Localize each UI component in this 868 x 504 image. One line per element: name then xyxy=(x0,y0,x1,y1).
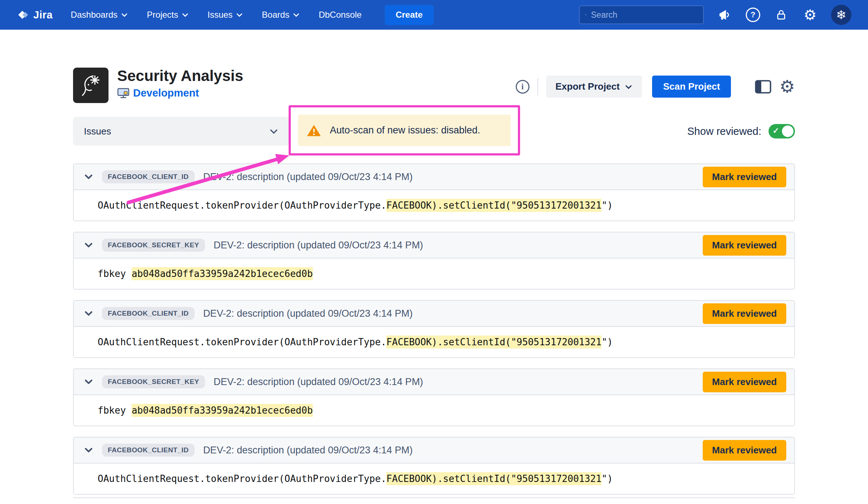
issue-card-header: FACEBOOK_CLIENT_ID DEV-2: description (u… xyxy=(74,437,794,464)
lock-icon[interactable] xyxy=(773,7,789,23)
user-avatar[interactable]: ❄ xyxy=(831,5,851,25)
gear-glyph: ⚙ xyxy=(804,8,817,22)
settings-gear-icon[interactable]: ⚙ xyxy=(802,7,818,23)
create-button[interactable]: Create xyxy=(385,5,434,25)
mark-reviewed-button[interactable]: Mark reviewed xyxy=(703,303,786,324)
project-avatar xyxy=(73,68,109,103)
code-prefix: OAuthClientRequest.tokenProvider(OAuthPr… xyxy=(98,200,386,211)
code-prefix: OAuthClientRequest.tokenProvider(OAuthPr… xyxy=(98,337,386,347)
scan-project-button[interactable]: Scan Project xyxy=(652,76,731,98)
code-prefix: fbkey xyxy=(98,405,132,416)
issue-list: FACEBOOK_CLIENT_ID DEV-2: description (u… xyxy=(73,163,795,495)
code-prefix: OAuthClientRequest.tokenProvider(OAuthPr… xyxy=(98,473,386,484)
gear-glyph: ⚙ xyxy=(779,78,795,95)
mark-reviewed-button[interactable]: Mark reviewed xyxy=(703,372,786,392)
mark-reviewed-button[interactable]: Mark reviewed xyxy=(703,440,786,461)
secret-highlight: FACEBOOK).setClientId("950513172001321 xyxy=(386,472,601,485)
nav-item-boards[interactable]: Boards xyxy=(262,10,300,20)
secret-code-line: OAuthClientRequest.tokenProvider(OAuthPr… xyxy=(98,200,613,211)
issue-type-badge: FACEBOOK_CLIENT_ID xyxy=(102,170,195,183)
title-block: Security Analysis Development xyxy=(117,68,243,99)
divider xyxy=(537,78,538,95)
side-panel-toggle-button[interactable] xyxy=(755,80,771,94)
issue-title: DEV-2: description (updated 09/Oct/23 4:… xyxy=(214,376,423,388)
secret-code-line: fbkey ab048ad50ffa33959a242b1ecec6ed0b xyxy=(98,405,313,416)
question-glyph: ? xyxy=(750,10,755,20)
nav-item-projects[interactable]: Projects xyxy=(147,10,189,20)
filter-row: Issues Auto-scan of new issues: disabled… xyxy=(73,117,795,146)
toggle-knob xyxy=(782,125,793,137)
secret-highlight: FACEBOOK).setClientId("950513172001321 xyxy=(386,199,601,212)
issue-card: FACEBOOK_CLIENT_ID DEV-2: description (u… xyxy=(73,437,795,495)
issue-title: DEV-2: description (updated 09/Oct/23 4:… xyxy=(203,308,413,319)
issue-card-body: OAuthClientRequest.tokenProvider(OAuthPr… xyxy=(74,464,794,494)
secret-code-line: OAuthClientRequest.tokenProvider(OAuthPr… xyxy=(98,473,613,484)
collapse-chevron-icon[interactable] xyxy=(84,445,93,455)
collapse-chevron-icon[interactable] xyxy=(84,377,93,386)
issue-title: DEV-2: description (updated 09/Oct/23 4:… xyxy=(203,445,413,456)
mark-reviewed-button[interactable]: Mark reviewed xyxy=(703,235,786,256)
search-icon xyxy=(585,10,587,20)
code-prefix: fbkey xyxy=(98,268,132,279)
check-icon: ✓ xyxy=(773,126,779,136)
layout-panel-icon xyxy=(755,80,771,94)
nav-item-issues[interactable]: Issues xyxy=(208,10,243,20)
announcements-icon[interactable] xyxy=(717,7,733,23)
search-box[interactable] xyxy=(579,5,704,24)
secret-code-line: OAuthClientRequest.tokenProvider(OAuthPr… xyxy=(98,337,613,347)
collapse-chevron-icon[interactable] xyxy=(84,309,93,318)
issue-card-body: fbkey ab048ad50ffa33959a242b1ecec6ed0b xyxy=(74,259,794,289)
issues-select-value: Issues xyxy=(84,126,111,137)
issue-type-badge: FACEBOOK_SECRET_KEY xyxy=(102,239,205,252)
avatar-glyph: ❄ xyxy=(836,8,847,22)
issue-type-badge: FACEBOOK_CLIENT_ID xyxy=(102,444,195,457)
nav-item-label: Issues xyxy=(208,10,233,20)
nav-item-label: Dashboards xyxy=(71,10,118,20)
issue-title: DEV-2: description (updated 09/Oct/23 4:… xyxy=(214,240,423,251)
project-category-icon xyxy=(117,88,129,99)
issue-title: DEV-2: description (updated 09/Oct/23 4:… xyxy=(203,171,413,183)
code-suffix: ") xyxy=(601,200,613,211)
jira-home-link[interactable]: Jira xyxy=(17,8,53,21)
issue-card-header: FACEBOOK_CLIENT_ID DEV-2: description (u… xyxy=(74,301,794,327)
issue-card-body: OAuthClientRequest.tokenProvider(OAuthPr… xyxy=(74,190,794,221)
issue-type-badge: FACEBOOK_CLIENT_ID xyxy=(102,307,195,320)
header-actions: i Export Project Scan Project ⚙ xyxy=(516,76,795,98)
issue-card-header: FACEBOOK_SECRET_KEY DEV-2: description (… xyxy=(74,232,794,259)
issue-card: FACEBOOK_SECRET_KEY DEV-2: description (… xyxy=(73,232,795,290)
export-project-button[interactable]: Export Project xyxy=(546,76,642,98)
annotation-highlight-box: Auto-scan of new issues: disabled. xyxy=(289,105,520,155)
main-menu: Dashboards Projects Issues Boards DbCons… xyxy=(71,10,362,20)
collapse-chevron-icon[interactable] xyxy=(84,172,93,181)
info-glyph: i xyxy=(522,82,524,91)
issue-type-badge: FACEBOOK_SECRET_KEY xyxy=(102,375,205,388)
nav-item-dbconsole[interactable]: DbConsole xyxy=(319,10,362,20)
chevron-down-icon xyxy=(269,127,278,136)
project-header: Security Analysis Development i Export P… xyxy=(73,68,795,103)
nav-item-label: DbConsole xyxy=(319,10,362,20)
mark-reviewed-button[interactable]: Mark reviewed xyxy=(703,167,786,187)
code-suffix: ") xyxy=(601,337,613,347)
chevron-down-icon xyxy=(121,11,128,18)
secret-highlight: ab048ad50ffa33959a242b1ecec6ed0b xyxy=(132,267,313,280)
show-reviewed-toggle[interactable]: ✓ xyxy=(769,124,795,138)
show-reviewed-label: Show reviewed: xyxy=(687,125,761,137)
info-icon[interactable]: i xyxy=(516,80,529,94)
project-link[interactable]: Development xyxy=(133,87,199,99)
issue-card: FACEBOOK_SECRET_KEY DEV-2: description (… xyxy=(73,368,795,426)
board-settings-gear-icon[interactable]: ⚙ xyxy=(779,78,795,95)
secret-highlight: FACEBOOK).setClientId("950513172001321 xyxy=(386,336,601,349)
main-content: Security Analysis Development i Export P… xyxy=(73,68,795,498)
issues-filter-select[interactable]: Issues xyxy=(73,117,289,146)
nav-item-label: Projects xyxy=(147,10,178,20)
secret-code-line: fbkey ab048ad50ffa33959a242b1ecec6ed0b xyxy=(98,268,313,279)
search-input[interactable] xyxy=(591,10,698,20)
export-label: Export Project xyxy=(556,81,620,92)
issue-card: FACEBOOK_CLIENT_ID DEV-2: description (u… xyxy=(73,163,795,221)
help-icon[interactable]: ? xyxy=(746,8,760,22)
nav-right-controls: ? ⚙ ❄ xyxy=(579,5,851,25)
nav-item-dashboards[interactable]: Dashboards xyxy=(71,10,128,20)
nav-item-label: Boards xyxy=(262,10,289,20)
collapse-chevron-icon[interactable] xyxy=(84,240,93,250)
issue-card-body: fbkey ab048ad50ffa33959a242b1ecec6ed0b xyxy=(74,395,794,426)
